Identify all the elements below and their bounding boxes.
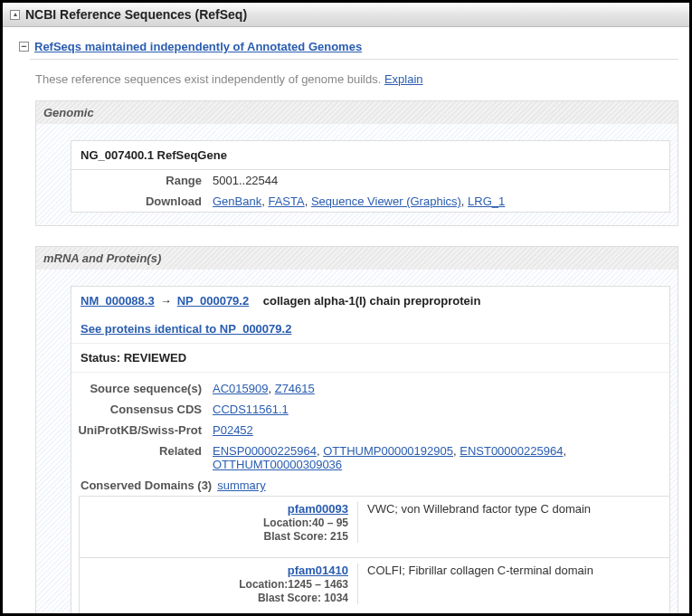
panel-title: NCBI Reference Sequences (RefSeq) <box>25 7 247 22</box>
domain-left: pfam01410 Location:1245 – 1463 Blast Sco… <box>80 564 358 604</box>
related-value: ENSP00000225964, OTTHUMP00000192905, ENS… <box>213 444 669 471</box>
source-link-2[interactable]: Z74615 <box>275 382 315 395</box>
genomic-title: Genomic <box>36 101 678 124</box>
range-row: Range 5001..22544 <box>71 170 669 191</box>
source-link-1[interactable]: AC015909 <box>213 382 268 395</box>
related-link-1[interactable]: ENSP00000225964 <box>213 444 317 458</box>
download-label: Download <box>71 194 213 208</box>
domain-desc: VWC; von Willebrand factor type C domain <box>358 502 669 543</box>
genomic-record: NG_007400.1 RefSeqGene Range 5001..22544… <box>71 140 670 213</box>
download-row: Download GenBank, FASTA, Sequence Viewer… <box>71 191 669 212</box>
collapse-panel-icon[interactable] <box>10 10 20 20</box>
source-value: AC015909, Z74615 <box>213 382 669 395</box>
seqviewer-link[interactable]: Sequence Viewer (Graphics) <box>311 194 461 208</box>
mrna-section: mRNA and Protein(s) NM_000088.3 → NP_000… <box>35 246 678 616</box>
domain-blast: Blast Score: 215 <box>264 530 348 543</box>
divider <box>30 59 678 60</box>
cd-label: Conserved Domains (3) <box>81 479 217 492</box>
mrna-body: NM_000088.3 → NP_000079.2 collagen alpha… <box>36 270 678 616</box>
subsection-link[interactable]: RefSeqs maintained independently of Anno… <box>34 40 362 53</box>
domains-list: pfam00093 Location:40 – 95 Blast Score: … <box>79 496 669 616</box>
conserved-domains-header: Conserved Domains (3) summary <box>71 475 669 496</box>
intro-text: These reference sequences exist independ… <box>35 72 678 86</box>
pfam-link[interactable]: pfam01410 <box>288 564 348 577</box>
ccds-link[interactable]: CCDS11561.1 <box>213 403 289 416</box>
related-row: Related ENSP00000225964, OTTHUMP00000192… <box>71 441 669 475</box>
genomic-body: NG_007400.1 RefSeqGene Range 5001..22544… <box>36 124 678 225</box>
genomic-section: Genomic NG_007400.1 RefSeqGene Range 500… <box>35 100 678 226</box>
panel-header: NCBI Reference Sequences (RefSeq) <box>3 3 689 27</box>
ccds-label: Consensus CDS <box>71 403 213 416</box>
pfam-link[interactable]: pfam00093 <box>288 502 348 516</box>
domain-desc: COLFI; Fibrillar collagen C-terminal dom… <box>358 564 669 604</box>
domain-location: Location:40 – 95 <box>263 516 348 529</box>
range-label: Range <box>71 174 213 187</box>
domain-item: pfam00093 Location:40 – 95 Blast Score: … <box>80 496 669 545</box>
panel-content: RefSeqs maintained independently of Anno… <box>3 27 689 616</box>
identical-proteins-link[interactable]: See proteins identical to NP_000079.2 <box>81 322 291 336</box>
fasta-link[interactable]: FASTA <box>268 194 304 208</box>
mrna-desc: collagen alpha-1(I) chain preproprotein <box>263 294 481 308</box>
mrna-record: NM_000088.3 → NP_000079.2 collagen alpha… <box>71 286 670 616</box>
meta-block: Source sequence(s) AC015909, Z74615 Cons… <box>71 373 669 616</box>
download-value: GenBank, FASTA, Sequence Viewer (Graphic… <box>213 194 669 208</box>
related-link-2[interactable]: OTTHUMP00000192905 <box>323 444 453 458</box>
related-label: Related <box>71 444 213 458</box>
uniprot-label: UniProtKB/Swiss-Prot <box>71 423 213 437</box>
np-link[interactable]: NP_000079.2 <box>177 294 250 308</box>
nm-link[interactable]: NM_000088.3 <box>81 294 155 308</box>
domain-blast: Blast Score: 1034 <box>258 592 348 604</box>
domain-item: pfam01410 Location:1245 – 1463 Blast Sco… <box>80 557 669 606</box>
status-label: Status: <box>81 351 124 365</box>
collapse-subsection-icon[interactable] <box>19 42 29 52</box>
range-value: 5001..22544 <box>213 174 669 187</box>
ccds-row: Consensus CDS CCDS11561.1 <box>71 399 669 420</box>
related-link-3[interactable]: ENST00000225964 <box>460 444 563 458</box>
intro-text-content: These reference sequences exist independ… <box>35 72 384 86</box>
genomic-record-header: NG_007400.1 RefSeqGene <box>71 141 669 170</box>
cd-summary-link[interactable]: summary <box>217 479 265 492</box>
lrg-link[interactable]: LRG_1 <box>468 194 505 208</box>
genbank-link[interactable]: GenBank <box>213 194 261 208</box>
mrna-record-header: NM_000088.3 → NP_000079.2 collagen alpha… <box>71 287 669 315</box>
source-label: Source sequence(s) <box>71 382 213 395</box>
uniprot-value: P02452 <box>213 423 669 437</box>
domain-left: pfam00093 Location:40 – 95 Blast Score: … <box>80 502 358 543</box>
source-row: Source sequence(s) AC015909, Z74615 <box>71 378 669 399</box>
arrow-icon: → <box>160 294 172 308</box>
status-row: Status: REVIEWED <box>71 344 669 373</box>
status-value: REVIEWED <box>124 351 186 365</box>
domain-location: Location:1245 – 1463 <box>239 578 348 591</box>
ccds-value: CCDS11561.1 <box>213 403 669 416</box>
related-link-4[interactable]: OTTHUMT00000309036 <box>213 458 342 471</box>
identical-proteins-row: See proteins identical to NP_000079.2 <box>71 315 669 344</box>
uniprot-row: UniProtKB/Swiss-Prot P02452 <box>71 420 669 441</box>
subsection-heading: RefSeqs maintained independently of Anno… <box>19 40 678 53</box>
mrna-title: mRNA and Protein(s) <box>36 247 678 270</box>
uniprot-link[interactable]: P02452 <box>213 423 253 437</box>
explain-link[interactable]: Explain <box>384 72 423 86</box>
